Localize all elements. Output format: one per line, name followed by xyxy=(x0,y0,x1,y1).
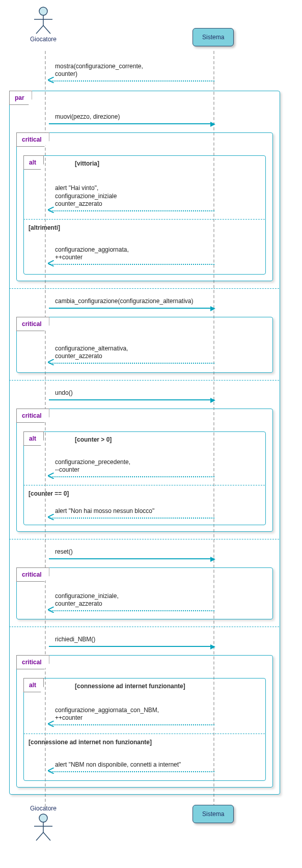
arrow-left-icon xyxy=(48,473,54,480)
frame-label: alt xyxy=(23,678,44,692)
sequence-diagram: Giocatore Sistema mostra(configurazione_… xyxy=(0,0,302,868)
message-text: alert "Hai vinto", configurazione_inizia… xyxy=(55,184,117,208)
message-text: configurazione_precedente, --counter xyxy=(55,458,130,474)
message-undo: undo() xyxy=(49,387,214,400)
guard-conn-bad: [connessione ad internet non funzionante… xyxy=(29,739,152,746)
message-mostra: mostra(configurazione_corrente, counter) xyxy=(49,61,214,82)
frame-label: critical xyxy=(16,567,49,582)
message-cambia: cambia_configurazione(configurazione_alt… xyxy=(49,295,214,309)
message-text: mostra(configurazione_corrente, counter) xyxy=(55,63,143,78)
message-muovi: muovi(pezzo, direzione) xyxy=(49,111,214,124)
message-line xyxy=(49,476,214,477)
par-divider-3 xyxy=(9,539,279,539)
alt-divider-3 xyxy=(23,734,265,734)
message-text: alert "NBM non disponibile, connetti a i… xyxy=(55,761,181,769)
message-line xyxy=(49,724,214,725)
message-text: configurazione_alternativa, counter_azze… xyxy=(55,345,128,361)
actor-giocatore-bottom: Giocatore xyxy=(28,805,59,843)
message-config-ini: configurazione_iniziale, counter_azzerat… xyxy=(49,590,214,611)
svg-line-3 xyxy=(36,25,43,34)
guard-conn-ok: [connessione ad internet funzionante] xyxy=(75,683,185,690)
guard-altrimenti: [altrimenti] xyxy=(29,224,60,231)
alt-divider xyxy=(23,219,265,220)
arrow-left-icon xyxy=(48,359,54,367)
message-config-alt: configurazione_alternativa, counter_azze… xyxy=(49,342,214,364)
message-text: cambia_configurazione(configurazione_alt… xyxy=(55,297,194,306)
svg-point-5 xyxy=(39,814,47,822)
message-text: alert "Non hai mosso nessun blocco" xyxy=(55,507,154,516)
arrow-right-icon xyxy=(210,644,215,649)
frame-label: critical xyxy=(16,409,49,423)
arrow-left-icon xyxy=(48,207,54,214)
message-config-nbm: configurazione_aggiornata_con_NBM, ++cou… xyxy=(49,704,214,725)
actor-icon xyxy=(28,812,59,843)
participant-sistema-bottom: Sistema xyxy=(193,805,234,823)
participant-sistema-top: Sistema xyxy=(193,28,234,46)
message-nbm-no: alert "NBM non disponibile, connetti a i… xyxy=(49,759,214,772)
message-line xyxy=(49,308,214,309)
arrow-left-icon xyxy=(48,514,54,522)
arrow-left-icon xyxy=(48,77,54,85)
svg-point-0 xyxy=(39,7,47,15)
arrow-right-icon xyxy=(210,557,215,562)
par-divider-1 xyxy=(9,288,279,289)
arrow-right-icon xyxy=(210,122,215,127)
actor-label: Giocatore xyxy=(28,805,59,812)
frame-label: critical xyxy=(16,655,49,669)
message-line xyxy=(49,399,214,400)
actor-icon xyxy=(28,5,59,36)
guard-counter-gt: [counter > 0] xyxy=(75,436,112,443)
message-line xyxy=(49,771,214,772)
message-line xyxy=(49,363,214,364)
message-line xyxy=(49,646,214,647)
actor-giocatore-top: Giocatore xyxy=(28,5,59,43)
message-text: configurazione_iniziale, counter_azzerat… xyxy=(55,592,119,608)
message-line xyxy=(49,518,214,519)
message-nbm: richiedi_NBM() xyxy=(49,634,214,647)
par-divider-4 xyxy=(9,627,279,627)
arrow-right-icon xyxy=(210,398,215,403)
participant-label: Sistema xyxy=(202,34,224,41)
frame-label: alt xyxy=(23,431,44,446)
message-line xyxy=(49,123,214,124)
actor-label: Giocatore xyxy=(28,36,59,43)
message-reset: reset() xyxy=(49,546,214,559)
message-text: reset() xyxy=(55,548,73,556)
guard-vittoria: [vittoria] xyxy=(75,160,99,167)
svg-line-8 xyxy=(36,832,43,840)
message-text: undo() xyxy=(55,389,73,397)
message-line xyxy=(49,80,214,82)
message-config-agg: configurazione_aggiornata, ++counter xyxy=(49,243,214,265)
svg-line-9 xyxy=(43,832,50,840)
frame-label: critical xyxy=(16,317,49,331)
frame-label: critical xyxy=(16,132,49,147)
alt-divider-2 xyxy=(23,485,265,485)
message-non-mosso: alert "Non hai mosso nessun blocco" xyxy=(49,505,214,519)
message-text: muovi(pezzo, direzione) xyxy=(55,113,120,121)
arrow-left-icon xyxy=(48,607,54,614)
frame-label: alt xyxy=(23,155,44,170)
message-line xyxy=(49,610,214,611)
message-hai-vinto: alert "Hai vinto", configurazione_inizia… xyxy=(49,183,214,211)
message-text: configurazione_aggiornata, ++counter xyxy=(55,246,129,262)
arrow-left-icon xyxy=(48,721,54,728)
message-line xyxy=(49,210,214,211)
frame-label: par xyxy=(9,91,32,105)
message-config-prec: configurazione_precedente, --counter xyxy=(49,456,214,477)
message-line xyxy=(49,264,214,265)
message-text: richiedi_NBM() xyxy=(55,636,95,644)
arrow-right-icon xyxy=(210,306,215,311)
message-line xyxy=(49,558,214,559)
guard-counter-eq: [counter == 0] xyxy=(29,490,69,497)
par-divider-2 xyxy=(9,380,279,381)
arrow-left-icon xyxy=(48,768,54,775)
arrow-left-icon xyxy=(48,260,54,268)
message-text: configurazione_aggiornata_con_NBM, ++cou… xyxy=(55,707,159,722)
svg-line-4 xyxy=(43,25,50,34)
participant-label: Sistema xyxy=(202,810,224,818)
